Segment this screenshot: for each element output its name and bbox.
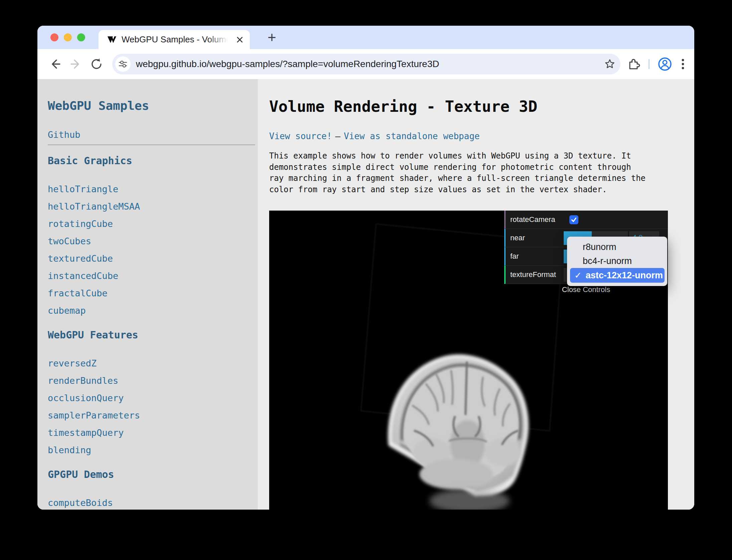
selected-check-icon: ✓: [574, 270, 582, 281]
sidebar-divider: [48, 145, 255, 145]
sidebar-item-texturedCube[interactable]: texturedCube: [48, 250, 113, 267]
rotateCamera-checkbox[interactable]: [569, 215, 578, 224]
main-content: Volume Rendering - Texture 3D View sourc…: [258, 79, 694, 510]
sidebar-item-samplerParameters[interactable]: samplerParameters: [48, 407, 140, 424]
back-icon[interactable]: [47, 56, 63, 72]
close-window-button[interactable]: [50, 33, 58, 41]
menu-kebab-icon[interactable]: [681, 57, 685, 71]
dropdown-option-r8unorm[interactable]: r8unorm: [567, 240, 667, 254]
description-line: This example shows how to render volumes…: [269, 151, 694, 162]
standalone-webpage-link[interactable]: View as standalone webpage: [344, 131, 480, 141]
sidebar-title: WebGPU Samples: [48, 98, 258, 113]
bookmark-star-icon[interactable]: [604, 58, 616, 70]
minimize-window-button[interactable]: [64, 33, 72, 41]
checkmark-icon: [571, 217, 577, 223]
description-line: demonstrates simple direct volume render…: [269, 162, 694, 173]
sidebar-item-cubemap[interactable]: cubemap: [48, 302, 86, 319]
sidebar-webgpu-features-list: reversedZ renderBundles occlusionQuery s…: [48, 355, 258, 459]
extensions-icon[interactable]: [627, 57, 640, 71]
sidebar-heading-basic-graphics: Basic Graphics: [48, 155, 258, 167]
sidebar-item-helloTriangleMSAA[interactable]: helloTriangleMSAA: [48, 198, 140, 215]
sidebar-heading-gpgpu-demos: GPGPU Demos: [48, 468, 258, 481]
tab-close-icon[interactable]: [236, 36, 244, 44]
selected-option-label: astc-12x12-unorm: [586, 270, 663, 281]
sidebar-basic-graphics-list: helloTriangle helloTriangleMSAA rotating…: [48, 181, 258, 319]
sidebar-github-link[interactable]: Github: [48, 129, 80, 141]
sidebar-item-instancedCube[interactable]: instancedCube: [48, 267, 118, 285]
tab-strip: WebGPU Samples - Volume R +: [37, 26, 694, 49]
window-controls: [50, 33, 85, 41]
sidebar-item-rotatingCube[interactable]: rotatingCube: [48, 215, 113, 233]
page-title: Volume Rendering - Texture 3D: [269, 97, 694, 116]
link-separator: —: [335, 131, 341, 141]
webgpu-canvas[interactable]: rotateCamera near 4.0: [269, 211, 668, 510]
sidebar-item-blending[interactable]: blending: [48, 442, 91, 459]
browser-toolbar: webgpu.github.io/webgpu-samples/?sample=…: [37, 49, 694, 79]
address-bar[interactable]: webgpu.github.io/webgpu-samples/?sample=…: [112, 54, 620, 74]
sidebar-gpgpu-demos-list: computeBoids: [48, 494, 258, 510]
sidebar-item-occlusionQuery[interactable]: occlusionQuery: [48, 389, 124, 407]
page-content: WebGPU Samples Github Basic Graphics hel…: [37, 79, 694, 510]
sidebar-item-computeBoids[interactable]: computeBoids: [48, 494, 113, 510]
sidebar: WebGPU Samples Github Basic Graphics hel…: [37, 79, 258, 510]
reload-icon[interactable]: [89, 56, 104, 72]
gui-row-rotateCamera: rotateCamera: [504, 211, 668, 229]
sidebar-item-reversedZ[interactable]: reversedZ: [48, 355, 97, 372]
webgpu-favicon-icon: [107, 36, 117, 44]
sample-description: This example shows how to render volumes…: [269, 151, 694, 195]
new-tab-button[interactable]: +: [262, 26, 282, 49]
gui-label-textureFormat: textureFormat: [506, 270, 564, 279]
gui-label-rotateCamera: rotateCamera: [506, 215, 564, 224]
textureFormat-dropdown-menu: r8unorm bc4-r-unorm ✓ astc-12x12-unorm: [567, 237, 667, 286]
dropdown-option-bc4-r-unorm[interactable]: bc4-r-unorm: [567, 254, 667, 268]
gui-widget-rotateCamera: [564, 211, 668, 229]
forward-icon[interactable]: [68, 56, 83, 72]
description-line: color from ray start and step size value…: [269, 184, 694, 196]
sidebar-item-helloTriangle[interactable]: helloTriangle: [48, 181, 118, 198]
sidebar-item-timestampQuery[interactable]: timestampQuery: [48, 424, 124, 442]
description-line: ray marching in a fragment shader, where…: [269, 173, 694, 184]
gui-label-near: near: [506, 234, 564, 242]
fullscreen-window-button[interactable]: [77, 33, 85, 41]
sidebar-item-twoCubes[interactable]: twoCubes: [48, 233, 91, 250]
source-links-row: View source!—View as standalone webpage: [269, 130, 694, 142]
tab-title: WebGPU Samples - Volume R: [122, 34, 228, 45]
gui-label-far: far: [506, 252, 564, 261]
view-source-link[interactable]: View source!: [269, 131, 332, 141]
url-text: webgpu.github.io/webgpu-samples/?sample=…: [136, 59, 604, 69]
sidebar-item-renderBundles[interactable]: renderBundles: [48, 372, 118, 389]
sidebar-heading-webgpu-features: WebGPU Features: [48, 329, 258, 341]
site-settings-icon[interactable]: [115, 56, 131, 72]
toolbar-divider: [649, 59, 650, 69]
profile-avatar-icon[interactable]: [658, 57, 672, 71]
active-tab[interactable]: WebGPU Samples - Volume R: [99, 30, 250, 49]
dropdown-option-astc-12x12-unorm-selected[interactable]: ✓ astc-12x12-unorm: [570, 268, 665, 283]
browser-window: WebGPU Samples - Volume R + webgpu.githu…: [37, 26, 694, 510]
sidebar-item-fractalCube[interactable]: fractalCube: [48, 285, 108, 302]
